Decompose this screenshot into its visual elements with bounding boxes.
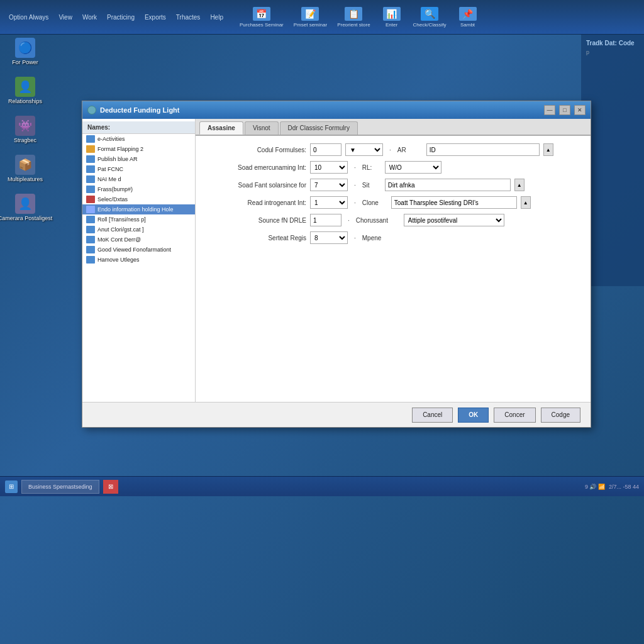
content-panel: Assasine Visnot Ddr Classisc Formulry Co… xyxy=(196,119,591,402)
concer-button[interactable]: Concer xyxy=(494,408,535,423)
form-row-1: Soad emercunaming Int: 10 · RL: W/O xyxy=(206,161,580,174)
form-input-sit[interactable] xyxy=(385,179,511,191)
list-item-9[interactable]: Anut Clori/gst.cat ] xyxy=(82,225,195,235)
tab-bar: Assasine Visnot Ddr Classisc Formulry xyxy=(196,119,591,136)
list-item-12[interactable]: Hamove Utleges xyxy=(82,255,195,265)
list-item-7[interactable]: Endo information holding Hole xyxy=(82,204,195,214)
dialog-icon xyxy=(87,106,96,114)
start-area: ⊞ xyxy=(5,480,18,493)
toolbar-icon-1: 📝 xyxy=(301,7,319,21)
form-row-2: Soad Fant solarsince for 7 · Sit ▲ xyxy=(206,179,580,191)
list-item-6[interactable]: Selec/Dxtas xyxy=(82,194,195,204)
menu-trhactes[interactable]: Trhactes xyxy=(172,13,204,22)
list-icon-2 xyxy=(86,155,95,163)
menu-work[interactable]: Work xyxy=(79,13,101,22)
list-item-8[interactable]: Roll [Transi/ness p] xyxy=(82,214,195,225)
desktop-icon-3[interactable]: 📦 Multipleatures xyxy=(6,155,44,182)
list-item-5[interactable]: Frass(bump#) xyxy=(82,184,195,194)
menu-help[interactable]: Help xyxy=(206,13,227,22)
list-label-12: Hamove Utleges xyxy=(97,257,140,263)
close-button[interactable]: ✕ xyxy=(574,105,586,115)
list-label-2: Publish blue AR xyxy=(97,156,138,162)
list-label-0: e-Activities xyxy=(97,136,125,142)
dialog-titlebar: Deducted Funding Light — □ ✕ xyxy=(82,101,591,119)
desktop-icon-0[interactable]: 🔵 For Power xyxy=(6,38,44,65)
menu-exports[interactable]: Exports xyxy=(141,13,170,22)
toolbar-btn-3[interactable]: 📊 Enter xyxy=(377,5,407,30)
toolbar-icon-3: 📊 xyxy=(383,7,401,21)
maximize-button[interactable]: □ xyxy=(559,105,570,115)
toolbar-btn-5[interactable]: 📌 Sambt xyxy=(453,5,483,30)
taskbar-task[interactable]: Business Spernastseding xyxy=(21,480,99,494)
menu-practicing[interactable]: Practicing xyxy=(103,13,138,22)
list-label-10: MoK Cont Derr@ xyxy=(97,236,141,243)
toolbar-icon-2: 📋 xyxy=(345,7,362,21)
tab-classisc[interactable]: Ddr Classisc Formulry xyxy=(280,121,358,135)
taskbar-right: 9 🔊 📶 2/7... -58 44 xyxy=(585,484,639,490)
right-panel-content: p xyxy=(586,49,639,55)
form-label-ar: AR xyxy=(397,147,423,153)
dialog-window: Deducted Funding Light — □ ✕ Names: e-Ac… xyxy=(82,101,591,428)
form-select-chorussant[interactable]: Attiple posotifeval xyxy=(404,214,504,226)
minimize-button[interactable]: — xyxy=(544,105,555,115)
toolbar-btn-4[interactable]: 🔍 Check/Classify xyxy=(409,5,450,30)
spin-up-3[interactable]: ▲ xyxy=(521,196,531,209)
list-item-0[interactable]: e-Activities xyxy=(82,134,195,144)
ok-button[interactable]: OK xyxy=(458,408,489,423)
list-label-4: NAI Me d xyxy=(97,176,121,182)
list-label-1: Format Flapping 2 xyxy=(97,146,143,152)
list-item-4[interactable]: NAI Me d xyxy=(82,174,195,184)
form-input-codul[interactable] xyxy=(310,143,341,156)
form-select-rl[interactable]: W/O xyxy=(385,161,441,174)
list-item-1[interactable]: Format Flapping 2 xyxy=(82,144,195,154)
form-input-drle[interactable] xyxy=(310,214,341,226)
toolbar-label-1: Pmset seminar xyxy=(294,22,327,28)
form-select-serteat[interactable]: 8 xyxy=(310,231,348,244)
toolbar-btn-1[interactable]: 📝 Pmset seminar xyxy=(290,5,331,30)
spin-up-0[interactable]: ▲ xyxy=(543,143,553,156)
form-select-emercuname[interactable]: 10 xyxy=(310,161,348,174)
dialog-title: Deducted Funding Light xyxy=(100,106,540,114)
form-label-4: Sounce fN DRLE xyxy=(206,217,306,224)
list-item-2[interactable]: Publish blue AR xyxy=(82,154,195,164)
toolbar-label-5: Sambt xyxy=(460,22,475,28)
windows-icon[interactable]: ⊞ xyxy=(5,480,18,493)
list-item-10[interactable]: MoK Cont Derr@ xyxy=(82,235,195,245)
form-input-clone[interactable] xyxy=(391,196,517,209)
form-label-rl: RL: xyxy=(362,164,381,171)
menu-view[interactable]: View xyxy=(55,13,76,22)
codge-button[interactable]: Codge xyxy=(541,408,580,423)
icon-label-1: Relationships xyxy=(8,98,42,104)
list-label-7: Endo information holding Hole xyxy=(97,206,174,213)
toolbar-label-3: Enter xyxy=(386,22,397,28)
list-icon-8 xyxy=(86,216,95,223)
desktop-icon-4[interactable]: 👤 Camerara Postaligest xyxy=(6,194,44,221)
list-item-11[interactable]: Good Viewed Fonofarmationt xyxy=(82,245,195,255)
tab-assasine[interactable]: Assasine xyxy=(199,121,243,135)
desktop-icon-2[interactable]: 👾 Stragbec xyxy=(6,116,44,143)
icon-camerara: 👤 xyxy=(15,194,35,214)
desktop-icon-1[interactable]: 👤 Relationships xyxy=(6,77,44,104)
list-label-5: Frass(bump#) xyxy=(97,186,133,192)
form-row-3: Read introgenant Int: 1 · Clone ▲ xyxy=(206,196,580,209)
form-select-codul[interactable]: ▼ xyxy=(345,143,383,156)
form-select-solarsince[interactable]: 7 xyxy=(310,179,348,191)
menu-option-always[interactable]: Option Always xyxy=(5,13,52,22)
toolbar: Option Always View Work Practicing Expor… xyxy=(0,0,644,35)
toolbar-btn-2[interactable]: 📋 Preorient store xyxy=(333,5,374,30)
spin-up-2[interactable]: ▲ xyxy=(514,179,525,191)
dialog-body: Names: e-Activities Format Flapping 2 Pu… xyxy=(82,119,591,402)
tab-visnot[interactable]: Visnot xyxy=(245,121,279,135)
icon-stragbec: 👾 xyxy=(15,116,35,136)
toolbar-btn-0[interactable]: 📅 Purchases Seminar xyxy=(236,5,287,30)
form-input-ar[interactable] xyxy=(426,143,540,156)
form-label-1: Soad emercunaming Int: xyxy=(206,164,306,171)
toolbar-label-2: Preorient store xyxy=(337,22,370,28)
taskbar-bottom: ⊞ Business Spernastseding ⊠ 9 🔊 📶 2/7...… xyxy=(0,476,644,496)
icon-label-2: Stragbec xyxy=(14,137,36,143)
form-select-introgenant[interactable]: 1 xyxy=(310,196,348,209)
list-icon-9 xyxy=(86,226,95,233)
desktop: Option Always View Work Practicing Expor… xyxy=(0,0,644,644)
cancel-button[interactable]: Cancel xyxy=(412,408,453,423)
list-item-3[interactable]: Pat FCNC xyxy=(82,164,195,174)
